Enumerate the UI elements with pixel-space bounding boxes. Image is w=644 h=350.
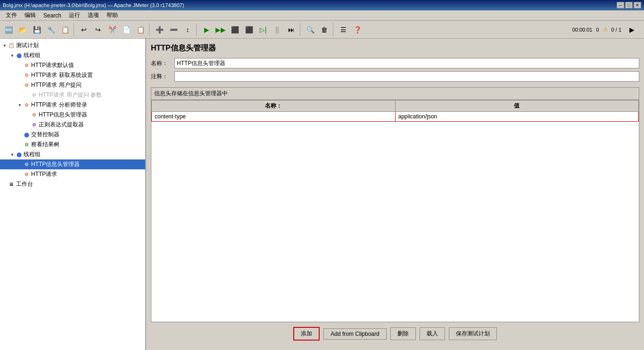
menu-file[interactable]: 文件	[2, 10, 21, 20]
tree-item-thread-group-1[interactable]: ▼ ⬤ 线程组	[0, 50, 145, 60]
table-section-title: 信息头存储在信息头管理器中	[151, 88, 639, 100]
menu-edit[interactable]: 编辑	[21, 10, 40, 20]
add-button[interactable]: 添加	[293, 327, 320, 341]
icon-http-header-1: ⚙	[30, 111, 38, 119]
name-row: 名称：	[151, 58, 639, 68]
undo-button[interactable]: ↩	[77, 23, 91, 36]
menu-search[interactable]: Search	[40, 11, 65, 20]
label-http-header-2: HTTP信息头管理器	[31, 160, 80, 168]
save-button[interactable]: 💾	[30, 23, 43, 36]
separator-5	[333, 23, 335, 36]
tree-item-http-analyst[interactable]: ▼ ⚙ HTTP请求 分析师登录	[0, 100, 145, 110]
status-right: 00:00:01 0 ⚠ 0 / 1 ▶	[572, 23, 642, 36]
ratio-display: 0 / 1	[611, 27, 621, 33]
cell-value-0[interactable]: application/json	[395, 112, 639, 122]
title-bar: Bolg.jmx (H:\apache-jmeter-3.0\bin\Bolg.…	[0, 0, 644, 10]
tree-item-http-user-param[interactable]: ⚙ HTTP请求 用户提问 参数	[0, 90, 145, 100]
menu-options[interactable]: 选项	[84, 10, 103, 20]
expander-transaction	[17, 132, 23, 138]
expander-test-plan: ▼	[2, 43, 8, 49]
remove-node-button[interactable]: ➖	[167, 23, 180, 36]
expander-http-request-2	[17, 172, 23, 177]
icon-http-user-prompt: ⚙	[23, 82, 30, 89]
move-button[interactable]: ↕️	[181, 23, 194, 36]
tree-item-transaction[interactable]: ⬤ 交替控制器	[0, 130, 145, 140]
new-button[interactable]: 🆕	[2, 23, 15, 36]
clear-button[interactable]: 🗑	[318, 23, 331, 36]
table-row[interactable]: content-type application/json	[152, 112, 639, 122]
tree-item-http-user-prompt[interactable]: ⚙ HTTP请求 用户提问	[0, 80, 145, 90]
settings-button[interactable]: 🔧	[44, 23, 58, 36]
title-bar-controls[interactable]: ─ □ ✕	[617, 2, 641, 8]
running-count: 0	[596, 27, 599, 33]
copy-button[interactable]: 📄	[120, 23, 133, 36]
expander-http-header-2	[17, 162, 23, 167]
open-button[interactable]: 📂	[16, 23, 29, 36]
tree-item-http-header-1[interactable]: ⚙ HTTP信息头管理器	[0, 110, 145, 120]
separator-4	[300, 23, 302, 36]
icon-http-default: ⚙	[23, 62, 30, 69]
help-btn[interactable]: ❓	[351, 23, 364, 36]
icon-thread-group-2: ⬤	[15, 151, 23, 158]
tree-item-test-plan[interactable]: ▼ 📋 测试计划	[0, 41, 145, 50]
delete-button[interactable]: 删除	[390, 327, 416, 340]
toolbar: 🆕 📂 💾 🔧 📋 ↩ ↪ ✂️ 📄 📋 ➕ ➖ ↕️ ▶ ▶▶ ⬛ ⬛ ▷| …	[0, 21, 644, 39]
cut-button[interactable]: ✂️	[106, 23, 119, 36]
expander-http-analyst: ▼	[17, 102, 23, 108]
main-layout: ▼ 📋 测试计划 ▼ ⬤ 线程组 ⚙ HTTP请求默认值 ⚙ HTTP请求 获取…	[0, 39, 644, 350]
add-node-button[interactable]: ➕	[153, 23, 166, 36]
add-from-clipboard-button[interactable]: Add from Clipboard	[323, 328, 386, 340]
label-workbench: 工作台	[16, 180, 33, 188]
menu-run[interactable]: 运行	[65, 10, 84, 20]
save-test-plan-button[interactable]: 保存测试计划	[449, 327, 497, 340]
tree-item-thread-group-2[interactable]: ▼ ⬤ 线程组	[0, 150, 145, 159]
load-button[interactable]: 载入	[420, 327, 445, 340]
tree-item-http-header-2[interactable]: ⚙ HTTP信息头管理器	[0, 159, 145, 169]
tree-item-http-system[interactable]: ⚙ HTTP请求 获取系统设置	[0, 70, 145, 80]
expander-http-user-prompt	[17, 83, 23, 88]
col-header-value: 值	[395, 100, 639, 112]
label-thread-group-2: 线程组	[24, 150, 41, 158]
expander-workbench	[2, 182, 8, 187]
icon-regex: ⚙	[30, 121, 38, 129]
comment-label: 注释：	[151, 73, 174, 81]
tree-item-view-results[interactable]: ⚙ 察看结果树	[0, 140, 145, 150]
start-no-pause-button[interactable]: ▶▶	[214, 23, 227, 36]
redo-button[interactable]: ↪	[91, 23, 105, 36]
paste-button[interactable]: 📋	[58, 23, 72, 36]
log-button[interactable]: ☰	[337, 23, 350, 36]
tree-item-http-request-2[interactable]: ⚙ HTTP请求	[0, 169, 145, 179]
remote-stop-button[interactable]: ||	[271, 23, 284, 36]
label-http-system: HTTP请求 获取系统设置	[31, 71, 93, 79]
expander-thread-group-2: ▼	[9, 152, 15, 158]
cell-name-0[interactable]: content-type	[152, 112, 396, 122]
panel-title: HTTP信息头管理器	[151, 43, 639, 53]
expander-view-results	[17, 142, 23, 148]
maximize-button[interactable]: □	[625, 2, 633, 8]
name-label: 名称：	[151, 59, 174, 67]
start-button[interactable]: ▶	[200, 23, 213, 36]
tree-item-workbench[interactable]: 🖥 工作台	[0, 179, 145, 189]
search-btn[interactable]: 🔍	[304, 23, 317, 36]
comment-input[interactable]	[174, 71, 639, 82]
expander-regex	[25, 122, 30, 128]
close-button[interactable]: ✕	[634, 2, 641, 8]
tree-item-regex[interactable]: ⚙ 正则表达式提取器	[0, 120, 145, 130]
remote-start-button[interactable]: ▷|	[256, 23, 270, 36]
stop-button[interactable]: ⬛	[228, 23, 241, 36]
expand-button[interactable]: ▶	[625, 23, 638, 36]
table-body: content-type application/json	[152, 112, 639, 122]
menu-bar: 文件 编辑 Search 运行 选项 帮助	[0, 10, 644, 21]
table-wrapper: 名称： 值 content-type application/json	[151, 100, 639, 322]
paste2-button[interactable]: 📋	[134, 23, 147, 36]
stop-all-button[interactable]: ⬛	[242, 23, 256, 36]
name-input[interactable]	[174, 58, 639, 68]
menu-help[interactable]: 帮助	[103, 10, 122, 20]
label-http-default: HTTP请求默认值	[31, 61, 74, 69]
tree-item-http-default[interactable]: ⚙ HTTP请求默认值	[0, 60, 145, 70]
expander-http-system	[17, 73, 23, 78]
right-panel: HTTP信息头管理器 名称： 注释： 信息头存储在信息头管理器中 名称： 值	[146, 39, 644, 350]
label-thread-group-1: 线程组	[24, 51, 41, 59]
minimize-button[interactable]: ─	[617, 2, 624, 8]
remote-exit-button[interactable]: ⏭	[285, 23, 298, 36]
